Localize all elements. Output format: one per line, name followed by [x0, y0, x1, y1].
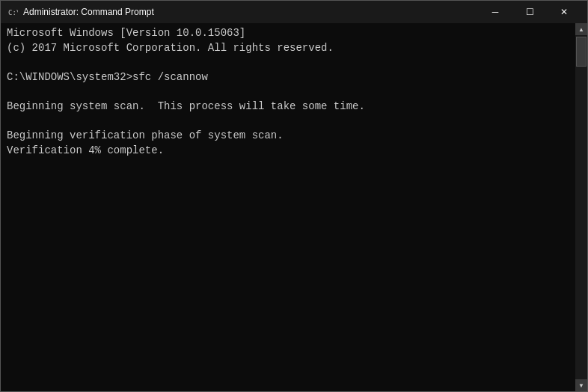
window-title: Administrator: Command Prompt — [23, 7, 478, 17]
scrollbar-thumb[interactable] — [576, 37, 587, 67]
minimize-button[interactable]: ─ — [478, 1, 512, 23]
maximize-button[interactable]: ☐ — [512, 1, 547, 23]
close-button[interactable]: ✕ — [547, 1, 581, 23]
title-bar: C:\ Administrator: Command Prompt ─ ☐ ✕ — [1, 1, 587, 23]
scroll-up-button[interactable]: ▲ — [575, 23, 587, 35]
svg-text:C:\: C:\ — [8, 9, 18, 16]
scrollbar-track[interactable] — [575, 35, 587, 379]
terminal-content: Microsoft Windows [Version 10.0.15063] (… — [1, 23, 587, 391]
cmd-window: C:\ Administrator: Command Prompt ─ ☐ ✕ … — [0, 0, 588, 392]
scrollbar[interactable]: ▲ ▼ — [575, 23, 587, 391]
terminal-output[interactable]: Microsoft Windows [Version 10.0.15063] (… — [1, 23, 575, 391]
scroll-down-button[interactable]: ▼ — [575, 379, 587, 391]
title-bar-controls: ─ ☐ ✕ — [478, 1, 581, 23]
cmd-icon: C:\ — [7, 6, 19, 18]
